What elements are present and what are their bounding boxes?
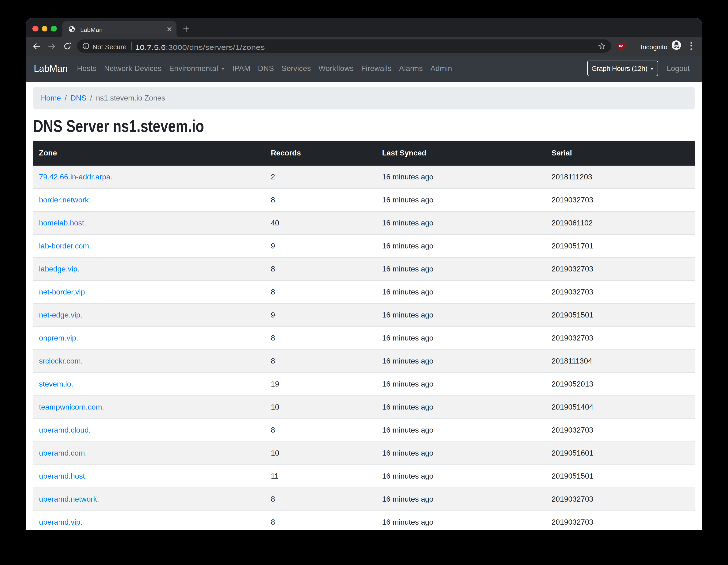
svg-text:uo: uo xyxy=(619,44,623,48)
